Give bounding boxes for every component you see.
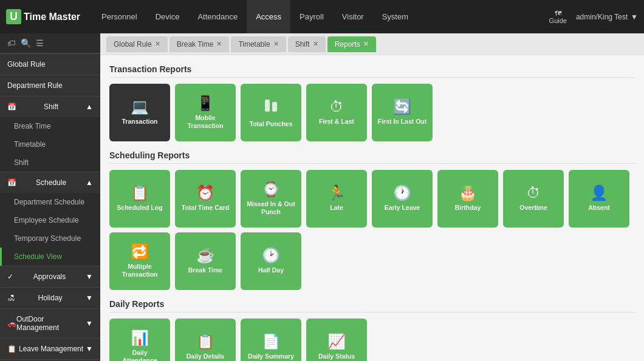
tab-timetable-label: Timetable (238, 40, 270, 49)
guide-button[interactable]: 🗺 Guide (549, 10, 567, 24)
svg-rect-1 (272, 102, 277, 112)
card-scheduled-log[interactable]: 📋 Scheduled Log (109, 170, 170, 228)
sidebar-emp-schedule[interactable]: Employee Schedule (0, 211, 100, 229)
shift-icon: 📅 (7, 103, 16, 111)
first-last-label: First & Last (319, 118, 354, 126)
logo[interactable]: U Time Master (6, 9, 80, 24)
holiday-chevron-icon: ▼ (86, 294, 93, 302)
nav-payroll[interactable]: Payroll (290, 0, 333, 33)
guide-label: Guide (549, 17, 567, 24)
sidebar-leave[interactable]: 📋 Leave Management ▼ (0, 338, 100, 359)
sidebar-schedule-view[interactable]: Schedule View (0, 248, 100, 266)
sidebar-dept-schedule[interactable]: Department Schedule (0, 193, 100, 211)
card-mobile-transaction[interactable]: 📱 Mobile Transaction (175, 84, 236, 141)
guide-icon: 🗺 (555, 10, 561, 17)
first-in-last-out-label: First In Last Out (378, 118, 427, 126)
total-time-card-label: Total Time Card (182, 204, 229, 212)
card-total-time-card[interactable]: ⏰ Total Time Card (175, 170, 236, 228)
card-daily-details[interactable]: 📋 Daily Details (175, 319, 236, 361)
tag-icon[interactable]: 🏷 (7, 38, 16, 48)
card-birthday[interactable]: 🎂 Birthday (437, 170, 498, 228)
user-name: admin/King Test (576, 13, 628, 21)
card-early-leave[interactable]: 🕐 Early Leave (372, 170, 433, 228)
card-daily-attendance[interactable]: 📊 Daily Attendance (109, 319, 170, 361)
holiday-icon: 🏖 (7, 294, 15, 302)
card-transaction[interactable]: 💻 Transaction (109, 84, 170, 141)
nav-attendance[interactable]: Attendance (188, 0, 247, 33)
scheduled-log-label: Scheduled Log (117, 204, 162, 212)
sidebar-holiday[interactable]: 🏖 Holiday ▼ (0, 287, 100, 308)
scheduling-reports-title: Scheduling Reports (109, 150, 635, 164)
schedule-chevron-icon: ▲ (86, 178, 93, 187)
leave-chevron-icon: ▼ (86, 345, 93, 353)
absent-label: Absent (588, 204, 610, 212)
tab-break-time-close[interactable]: ✕ (216, 40, 222, 48)
early-leave-icon: 🕐 (393, 186, 411, 200)
sidebar-break-time[interactable]: Break Time (0, 117, 100, 135)
daily-reports-title: Daily Reports (109, 299, 635, 312)
tab-global-rule[interactable]: Global Rule ✕ (106, 36, 168, 52)
list-icon[interactable]: ☰ (36, 38, 44, 48)
transaction-cards-grid: 💻 Transaction 📱 Mobile Transaction Total… (109, 84, 635, 141)
nav-system[interactable]: System (373, 0, 417, 33)
shift-chevron-icon: ▲ (86, 103, 93, 111)
nav-device[interactable]: Device (146, 0, 189, 33)
tab-shift-close[interactable]: ✕ (313, 40, 318, 48)
card-first-in-last-out[interactable]: 🔄 First In Last Out (372, 84, 433, 141)
first-in-last-out-icon: 🔄 (393, 100, 411, 114)
tab-timetable[interactable]: Timetable ✕ (231, 36, 286, 52)
sidebar-schedule-header[interactable]: 📅 Schedule ▲ (0, 172, 100, 193)
first-last-icon: ⏱ (329, 100, 344, 114)
card-absent[interactable]: 👤 Absent (569, 170, 629, 228)
nav-personnel[interactable]: Personnel (92, 0, 146, 33)
approvals-icon: ✓ (7, 272, 13, 281)
nav-visitor[interactable]: Visitor (333, 0, 373, 33)
tab-reports-close[interactable]: ✕ (363, 40, 369, 48)
transaction-reports-title: Transaction Reports (109, 64, 635, 78)
user-info[interactable]: admin/King Test ▼ (576, 13, 638, 21)
search-icon[interactable]: 🔍 (21, 38, 31, 48)
sidebar-department-rule[interactable]: Department Rule (0, 75, 100, 96)
sidebar-temp-schedule[interactable]: Temporary Schedule (0, 229, 100, 248)
card-daily-status[interactable]: 📈 Daily Status (306, 319, 367, 361)
main-layout: 🏷 🔍 ☰ Global Rule Department Rule 📅 Shif… (0, 33, 644, 361)
tab-break-time[interactable]: Break Time ✕ (170, 36, 230, 52)
shift-label: Shift (44, 103, 58, 111)
department-rule-label: Department Rule (7, 81, 63, 90)
sidebar-approvals[interactable]: ✓ Approvals ▼ (0, 266, 100, 287)
mobile-transaction-icon: 📱 (196, 96, 214, 110)
card-multiple-transaction[interactable]: 🔁 Multiple Transaction (109, 232, 170, 290)
tab-shift[interactable]: Shift ✕ (288, 36, 326, 52)
logo-text: Time Master (24, 12, 80, 22)
user-chevron-icon: ▼ (631, 13, 638, 21)
late-icon: 🏃 (327, 186, 346, 200)
card-first-last[interactable]: ⏱ First & Last (306, 84, 367, 141)
card-overtime[interactable]: ⏱ Overtime (503, 170, 564, 228)
card-daily-summary[interactable]: 📄 Daily Summary (241, 319, 301, 361)
sidebar-outdoor[interactable]: 🚗 OutDoor Management ▼ (0, 308, 100, 338)
sidebar-timetable[interactable]: Timetable (0, 135, 100, 154)
daily-details-label: Daily Details (187, 353, 224, 360)
tab-reports[interactable]: Reports ✕ (327, 36, 376, 52)
nav-access[interactable]: Access (247, 0, 290, 33)
card-missed-punch[interactable]: ⌚ Missed In & Out Punch (241, 170, 301, 228)
overtime-label: Overtime (519, 204, 547, 212)
sidebar: 🏷 🔍 ☰ Global Rule Department Rule 📅 Shif… (0, 33, 100, 361)
card-total-punches[interactable]: Total Punches (241, 84, 301, 141)
global-rule-label: Global Rule (7, 60, 46, 69)
multiple-transaction-label: Multiple Transaction (114, 263, 165, 278)
card-late[interactable]: 🏃 Late (306, 170, 367, 228)
card-break-time[interactable]: ☕ Break Time (175, 232, 236, 290)
sidebar-shift[interactable]: Shift (0, 154, 100, 172)
approvals-chevron-icon: ▼ (86, 272, 93, 281)
tab-timetable-close[interactable]: ✕ (273, 40, 279, 48)
top-navigation: U Time Master Personnel Device Attendanc… (0, 0, 644, 33)
outdoor-chevron-icon: ▼ (86, 319, 93, 328)
overtime-icon: ⏱ (526, 186, 541, 200)
sidebar-global-rule[interactable]: Global Rule (0, 53, 100, 75)
tab-global-rule-close[interactable]: ✕ (155, 40, 160, 48)
daily-attendance-label: Daily Attendance (114, 349, 165, 361)
card-half-day[interactable]: 🕑 Half Day (241, 232, 301, 290)
missed-punch-icon: ⌚ (262, 182, 280, 197)
sidebar-shift-header[interactable]: 📅 Shift ▲ (0, 96, 100, 117)
